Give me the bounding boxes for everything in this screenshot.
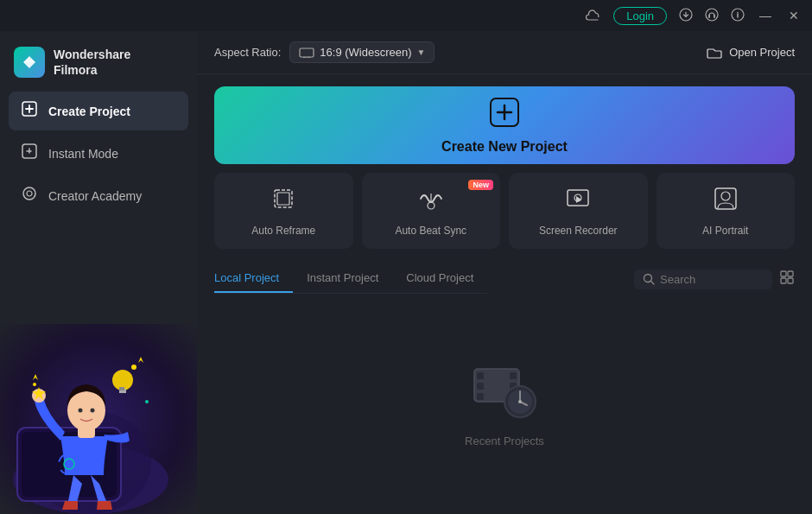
- info-icon[interactable]: [731, 8, 745, 24]
- dropdown-chevron-icon: ▼: [417, 48, 426, 57]
- aspect-ratio-dropdown[interactable]: 16:9 (Widescreen) ▼: [289, 41, 435, 63]
- logo-area: Wondershare Filmora: [0, 38, 197, 92]
- instant-mode-icon: [21, 143, 38, 164]
- cloud-icon[interactable]: [586, 9, 601, 23]
- search-input-wrap: [634, 270, 772, 289]
- create-project-icon: [489, 97, 520, 134]
- headphone-icon[interactable]: [705, 8, 719, 24]
- svg-point-19: [91, 409, 95, 413]
- screen-recorder-label: Screen Recorder: [539, 225, 618, 237]
- svg-rect-35: [788, 271, 793, 276]
- titlebar: Login — ✕: [0, 0, 812, 31]
- auto-reframe-label: Auto Reframe: [251, 225, 315, 237]
- sidebar-item-creator-academy[interactable]: Creator Academy: [9, 176, 188, 215]
- search-icon: [643, 273, 655, 285]
- svg-rect-40: [477, 383, 484, 390]
- new-badge: New: [468, 180, 493, 190]
- creator-academy-icon: [21, 185, 38, 206]
- auto-reframe-card[interactable]: Auto Reframe: [214, 173, 353, 249]
- create-project-label: Create New Project: [441, 139, 568, 155]
- download-icon[interactable]: [679, 8, 693, 24]
- empty-state: Recent Projects: [214, 294, 795, 514]
- content-area: Aspect Ratio: 16:9 (Widescreen) ▼ Open P…: [197, 31, 812, 514]
- tab-local-project[interactable]: Local Project: [214, 264, 293, 293]
- aspect-ratio-area: Aspect Ratio: 16:9 (Widescreen) ▼: [214, 41, 435, 63]
- svg-point-14: [145, 400, 149, 403]
- sidebar-item-create-project[interactable]: Create Project: [9, 92, 188, 130]
- tab-instant-project[interactable]: Instant Project: [293, 264, 392, 293]
- open-project-label: Open Project: [729, 46, 795, 59]
- svg-point-28: [428, 202, 435, 209]
- recent-projects-icon: [470, 360, 539, 421]
- open-project-button[interactable]: Open Project: [707, 46, 795, 60]
- project-section: Local Project Instant Project Cloud Proj…: [197, 261, 812, 514]
- search-area: [634, 270, 795, 289]
- svg-rect-42: [510, 372, 517, 379]
- film-icon-wrap: [470, 360, 539, 424]
- svg-point-3: [737, 11, 739, 13]
- screen-recorder-card[interactable]: Screen Recorder: [509, 173, 648, 249]
- grid-view-icon[interactable]: [779, 270, 795, 289]
- recent-projects-label: Recent Projects: [465, 435, 544, 447]
- svg-point-47: [518, 400, 522, 403]
- svg-rect-34: [781, 271, 786, 276]
- auto-reframe-icon: [270, 185, 297, 218]
- svg-rect-36: [781, 278, 786, 283]
- screen-icon: [299, 48, 314, 58]
- tabs-row: Local Project Instant Project Cloud Proj…: [214, 261, 795, 294]
- auto-beat-sync-label: Auto Beat Sync: [395, 225, 466, 237]
- screen-recorder-icon: [564, 185, 592, 218]
- project-tabs: Local Project Instant Project Cloud Proj…: [214, 264, 487, 294]
- create-project-icon: [21, 100, 38, 122]
- search-input[interactable]: [660, 273, 764, 286]
- main-layout: Wondershare Filmora Create Project: [0, 31, 812, 514]
- sidebar: Wondershare Filmora Create Project: [0, 31, 197, 514]
- app-logo: [14, 47, 45, 78]
- ai-portrait-icon: [712, 185, 739, 218]
- titlebar-actions: Login — ✕: [586, 7, 802, 25]
- folder-icon: [707, 46, 722, 60]
- auto-beat-sync-card[interactable]: New Auto Beat Sync: [362, 173, 501, 249]
- sidebar-illustration: [0, 324, 197, 514]
- tab-cloud-project[interactable]: Cloud Project: [392, 264, 487, 293]
- svg-point-13: [33, 383, 36, 386]
- auto-beat-sync-icon: [417, 185, 445, 218]
- svg-rect-24: [300, 48, 314, 57]
- aspect-ratio-label: Aspect Ratio:: [214, 46, 281, 59]
- aspect-value: 16:9 (Widescreen): [320, 46, 411, 59]
- svg-rect-27: [277, 193, 289, 205]
- create-new-project-banner[interactable]: Create New Project: [214, 86, 795, 164]
- sidebar-item-label: Creator Academy: [48, 189, 142, 203]
- svg-rect-37: [788, 278, 793, 283]
- svg-rect-41: [477, 393, 484, 400]
- login-button[interactable]: Login: [613, 7, 667, 25]
- sidebar-item-label: Instant Mode: [48, 147, 118, 161]
- close-button[interactable]: ✕: [786, 9, 802, 22]
- sidebar-item-instant-mode[interactable]: Instant Mode: [9, 134, 188, 173]
- ai-portrait-card[interactable]: AI Portrait: [657, 173, 796, 249]
- ai-portrait-label: AI Portrait: [702, 225, 748, 237]
- svg-point-32: [721, 192, 730, 200]
- sidebar-nav: Create Project Instant Mode: [0, 92, 197, 215]
- minimize-button[interactable]: —: [757, 9, 774, 22]
- svg-point-6: [23, 187, 35, 200]
- svg-point-12: [131, 365, 136, 370]
- app-name: Wondershare Filmora: [54, 47, 130, 78]
- sidebar-item-label: Create Project: [48, 105, 130, 118]
- illustration-background: [0, 324, 197, 514]
- feature-cards: Auto Reframe New Auto Beat Sync: [197, 173, 812, 249]
- content-header: Aspect Ratio: 16:9 (Widescreen) ▼ Open P…: [197, 31, 812, 74]
- svg-point-7: [27, 191, 32, 196]
- svg-point-1: [706, 9, 718, 21]
- svg-rect-39: [477, 372, 484, 379]
- svg-point-18: [79, 409, 83, 413]
